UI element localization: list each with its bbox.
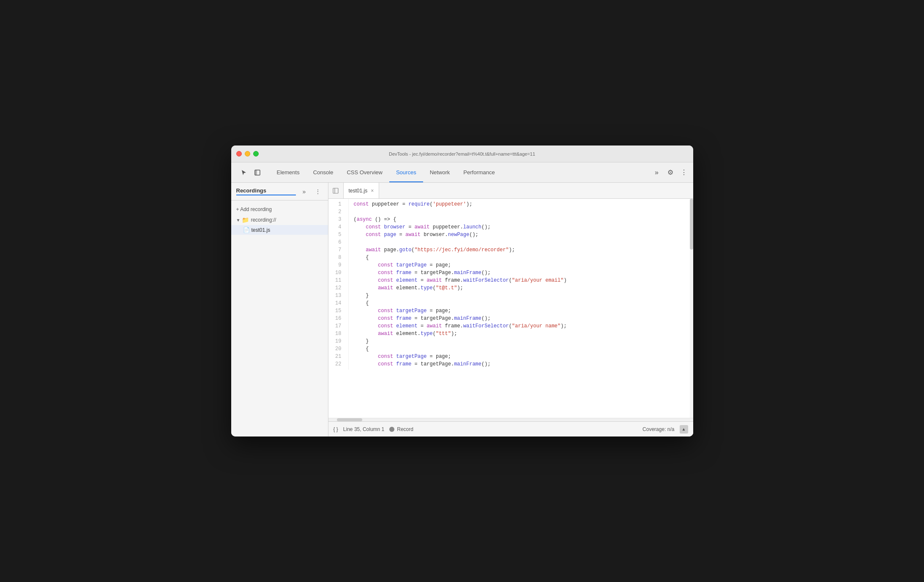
statusbar: { } Line 35, Column 1 Record Coverage: n… (328, 421, 693, 436)
tab-close-button[interactable]: × (371, 188, 374, 194)
code-line: const frame = targetPage.mainFrame(); (354, 360, 693, 368)
code-line: const puppeteer = require('puppeteer'); (354, 200, 693, 208)
sidebar-content: + Add recording ▼ 📁 recording:// 📄 test0… (231, 200, 328, 436)
sidebar-toggle-button[interactable] (328, 183, 344, 198)
traffic-lights (236, 151, 259, 156)
coverage-label: Coverage: n/a (642, 426, 674, 432)
editor-tab-file[interactable]: test01.js × (344, 183, 380, 198)
editor-area: test01.js × 12345 678910 1112131415 1617… (328, 183, 693, 436)
add-recording-button[interactable]: + Add recording (231, 204, 328, 215)
settings-button[interactable]: ⚙ (664, 167, 676, 178)
record-dot-icon (389, 427, 394, 432)
cursor-icon[interactable] (238, 167, 250, 178)
code-line: { (354, 299, 693, 307)
svg-rect-2 (333, 188, 338, 193)
tab-sources[interactable]: Sources (389, 162, 423, 182)
chevron-down-icon: ▼ (236, 218, 241, 222)
record-button[interactable]: Record (389, 426, 413, 432)
dock-icon[interactable] (252, 167, 263, 178)
titlebar: DevTools - jec.fyi/demo/recorder?email=t… (231, 146, 693, 162)
horizontal-scrollbar[interactable] (328, 418, 693, 421)
scrollbar-track (690, 199, 693, 418)
code-content: 12345 678910 1112131415 1617181920 2122 … (328, 199, 693, 370)
main-area: Recordings » ⋮ + Add recording ▼ 📁 recor… (231, 183, 693, 436)
line-numbers: 12345 678910 1112131415 1617181920 2122 (328, 199, 349, 370)
tab-css-overview[interactable]: CSS Overview (340, 162, 389, 182)
code-line: const frame = targetPage.mainFrame(); (354, 315, 693, 322)
more-tabs-button[interactable]: » (651, 167, 663, 178)
sidebar-expand-button[interactable]: » (299, 187, 309, 197)
code-line: } (354, 338, 693, 345)
code-line (354, 239, 693, 246)
tab-elements[interactable]: Elements (270, 162, 306, 182)
sidebar: Recordings » ⋮ + Add recording ▼ 📁 recor… (231, 183, 328, 436)
position-label: Line 35, Column 1 (343, 426, 384, 432)
editor-tabs: test01.js × (328, 183, 693, 199)
toolbar-right: » ⚙ ⋮ (651, 167, 690, 178)
tab-filename: test01.js (349, 188, 368, 194)
nav-tabs: Elements Console CSS Overview Sources Ne… (270, 162, 502, 182)
tab-network[interactable]: Network (423, 162, 457, 182)
sidebar-header: Recordings » ⋮ (231, 183, 328, 200)
code-line: { (354, 254, 693, 261)
window-title: DevTools - jec.fyi/demo/recorder?email=t… (389, 151, 535, 156)
sidebar-menu-button[interactable]: ⋮ (313, 187, 323, 197)
devtools-window: DevTools - jec.fyi/demo/recorder?email=t… (231, 146, 693, 436)
code-editor[interactable]: 12345 678910 1112131415 1617181920 2122 … (328, 199, 693, 418)
h-scroll-thumb[interactable] (337, 418, 362, 421)
tree-file-item[interactable]: 📄 test01.js (231, 225, 328, 235)
folder-icon: 📁 (242, 217, 249, 223)
tab-performance[interactable]: Performance (457, 162, 501, 182)
record-label: Record (397, 426, 413, 432)
code-line: const page = await browser.newPage(); (354, 231, 693, 239)
code-line: const frame = targetPage.mainFrame(); (354, 269, 693, 277)
code-line: await element.type("ttt"); (354, 330, 693, 338)
code-line: await page.goto("https://jec.fyi/demo/re… (354, 246, 693, 254)
minimize-button[interactable] (245, 151, 250, 156)
toolbar: Elements Console CSS Overview Sources Ne… (231, 162, 693, 183)
code-line: } (354, 292, 693, 299)
close-button[interactable] (236, 151, 242, 156)
add-recording-label: + Add recording (236, 206, 272, 212)
code-line: const targetPage = page; (354, 261, 693, 269)
file-label: test01.js (252, 227, 271, 233)
menu-button[interactable]: ⋮ (678, 167, 690, 178)
format-button[interactable]: { } (334, 426, 338, 432)
folder-label: recording:// (251, 217, 276, 223)
code-line: { (354, 345, 693, 353)
scroll-to-top-button[interactable]: ▲ (680, 425, 688, 434)
sidebar-title: Recordings (236, 187, 296, 195)
code-line: (async () => { (354, 216, 693, 223)
code-lines: const puppeteer = require('puppeteer'); … (349, 199, 693, 370)
code-line (354, 208, 693, 216)
svg-rect-1 (255, 170, 257, 175)
code-line: const browser = await puppeteer.launch()… (354, 223, 693, 231)
code-line: const element = await frame.waitForSelec… (354, 322, 693, 330)
code-line: await element.type("t@t.t"); (354, 284, 693, 292)
tree-folder-item[interactable]: ▼ 📁 recording:// (231, 215, 328, 225)
code-line: const targetPage = page; (354, 307, 693, 315)
tab-console[interactable]: Console (306, 162, 340, 182)
statusbar-right: Coverage: n/a ▲ (642, 425, 688, 434)
toolbar-icons (235, 167, 267, 178)
code-line: const element = await frame.waitForSelec… (354, 277, 693, 284)
maximize-button[interactable] (253, 151, 259, 156)
file-icon: 📄 (243, 227, 250, 233)
scrollbar-thumb[interactable] (690, 199, 693, 250)
code-line: const targetPage = page; (354, 353, 693, 360)
